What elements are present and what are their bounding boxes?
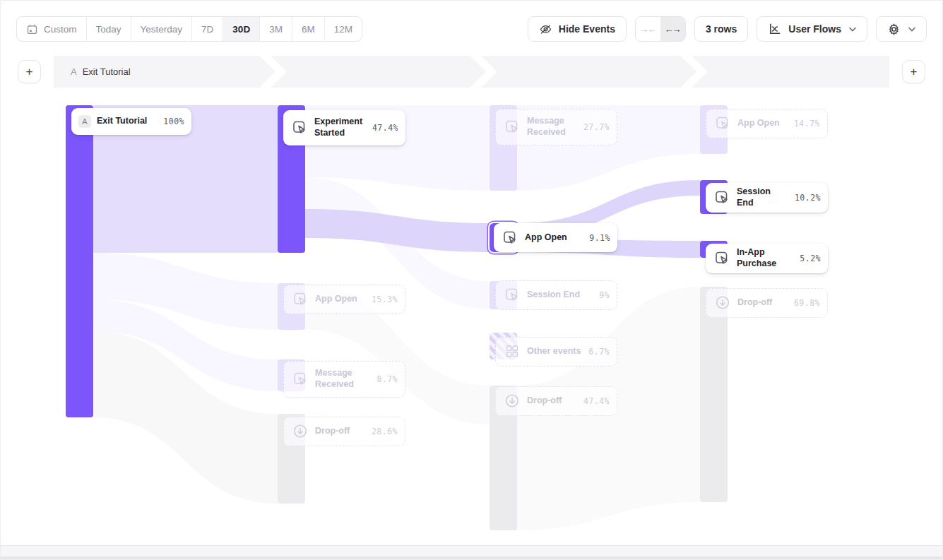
flow-node-dropoff-4[interactable]: Drop-off 69.8% [706, 288, 828, 318]
calendar-icon [26, 23, 38, 35]
flow-node-app-open-2[interactable]: App Open 15.3% [283, 285, 405, 314]
event-icon [291, 370, 309, 388]
date-preset-12m[interactable]: 12M [325, 17, 362, 41]
date-preset-custom[interactable]: Custom [17, 17, 87, 41]
event-icon [291, 290, 309, 309]
toolbar-right: Hide Events →← ←→ 3 rows User Flows [528, 16, 927, 42]
event-icon [503, 118, 521, 136]
user-flows-app: Custom Today Yesterday 7D 30D 3M 6M 12M … [0, 0, 943, 560]
flow-node-exit-tutorial[interactable]: A Exit Tutorial 100% [71, 108, 191, 135]
event-icon [501, 229, 519, 247]
flow-node-experiment-started[interactable]: Experiment Started 47.4% [283, 110, 405, 145]
view-type-label: User Flows [788, 23, 841, 35]
expand-columns-button[interactable]: ←→ [660, 17, 685, 41]
node-badge: A [78, 115, 91, 128]
flow-node-session-end-4[interactable]: Session End 10.2% [706, 183, 828, 213]
step-badge: A [71, 66, 77, 77]
date-preset-6m[interactable]: 6M [292, 17, 325, 41]
collapse-columns-button[interactable]: →← [636, 17, 660, 41]
settings-dropdown[interactable] [876, 16, 927, 42]
grid-icon [503, 342, 521, 361]
date-range-group: Custom Today Yesterday 7D 30D 3M 6M 12M [16, 16, 362, 42]
dropoff-icon [503, 392, 521, 410]
date-preset-yesterday[interactable]: Yesterday [131, 17, 193, 41]
flow-node-dropoff-2[interactable]: Drop-off 28.6% [283, 417, 405, 446]
event-icon [290, 119, 309, 137]
step-1-label[interactable]: A Exit Tutorial [71, 56, 131, 88]
flow-node-in-app-purchase-4[interactable]: In-App Purchase 5.2% [706, 244, 828, 273]
date-preset-7d[interactable]: 7D [192, 17, 223, 41]
event-icon [713, 189, 731, 207]
footer-divider [1, 556, 942, 559]
dropoff-icon [713, 294, 732, 312]
user-flows-chart-icon [768, 22, 782, 36]
step-event-name: Exit Tutorial [83, 66, 131, 77]
flow-node-dropoff-3[interactable]: Drop-off 47.4% [495, 386, 617, 416]
hide-events-button[interactable]: Hide Events [528, 16, 627, 42]
date-preset-3m[interactable]: 3M [260, 17, 292, 41]
steps-bar: A Exit Tutorial [54, 56, 889, 88]
event-icon [503, 286, 521, 304]
flow-node-session-end-3[interactable]: Session End 9% [495, 280, 617, 310]
event-icon [713, 249, 731, 268]
date-preset-30d[interactable]: 30D [223, 17, 260, 41]
chevron-down-icon [908, 27, 915, 32]
flow-node-other-events-3[interactable]: Other events 6.7% [495, 337, 617, 367]
flow-node-message-received-3[interactable]: Message Received 27.7% [495, 109, 617, 145]
sankey-diagram: A Exit Tutorial 100% Experiment Started … [1, 93, 943, 548]
flow-bar-dropoff-4[interactable] [700, 287, 728, 502]
rows-button[interactable]: 3 rows [694, 16, 748, 42]
add-step-left-button[interactable]: + [18, 60, 41, 83]
flow-step-header: + A Exit Tutorial + [18, 56, 925, 88]
flow-node-message-received-2[interactable]: Message Received 8.7% [283, 361, 405, 398]
flow-bar-exit-tutorial[interactable] [66, 105, 93, 417]
date-preset-today[interactable]: Today [87, 17, 131, 41]
add-step-right-button[interactable]: + [902, 60, 925, 83]
footer-strip [1, 545, 942, 559]
view-type-dropdown[interactable]: User Flows [757, 16, 867, 42]
width-toggle-group: →← ←→ [635, 16, 686, 42]
gear-icon [887, 23, 901, 36]
dropoff-icon [291, 422, 309, 441]
hide-events-label: Hide Events [559, 23, 615, 35]
chevron-down-icon [849, 27, 856, 32]
date-preset-label: Custom [44, 24, 77, 35]
flow-node-app-open-4[interactable]: App Open 14.7% [706, 109, 828, 138]
eye-off-icon [539, 23, 552, 36]
rows-label: 3 rows [706, 23, 737, 35]
flow-node-app-open-3[interactable]: App Open 9.1% [494, 223, 617, 252]
toolbar: Custom Today Yesterday 7D 30D 3M 6M 12M … [16, 16, 927, 42]
sankey-links [1, 93, 943, 548]
step-separators [54, 56, 889, 88]
event-icon [713, 114, 732, 133]
